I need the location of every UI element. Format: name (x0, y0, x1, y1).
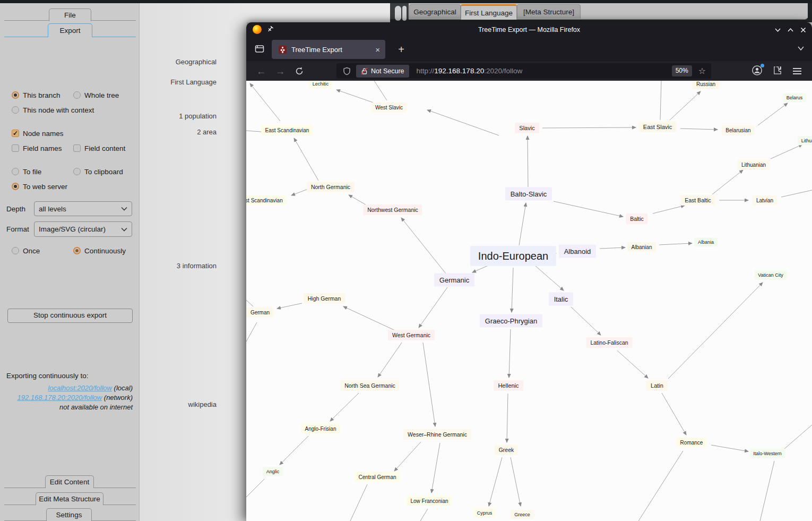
depth-select[interactable]: all levels (34, 201, 132, 216)
account-icon[interactable] (751, 65, 763, 76)
menu-hamburger-icon[interactable] (793, 68, 801, 74)
url-bar[interactable]: Not Secure http://192.168.178.20:2020/fo… (336, 63, 711, 79)
graph-node[interactable]: Belarus (783, 93, 806, 103)
minimize-button[interactable] (774, 26, 781, 33)
scrollbar-thumb[interactable] (395, 6, 401, 21)
radio-this-branch[interactable]: This branch (12, 91, 61, 99)
tab-geographical[interactable]: Geographical (409, 4, 461, 19)
tree-label-column: Geographical First Language 1 population… (140, 3, 247, 521)
graph-node[interactable]: Lechitic (309, 81, 332, 88)
graph-node[interactable]: Slavic (515, 123, 539, 133)
network-export-link[interactable]: 192.168.178.20:2020/follow (17, 394, 102, 402)
reload-button[interactable] (292, 64, 307, 79)
url-scheme: http:// (417, 67, 435, 75)
graph-node[interactable]: East Baltic (680, 195, 715, 206)
checkbox-label: Field names (23, 144, 62, 152)
graph-node[interactable]: Graeco-Phrygian (480, 314, 542, 328)
graph-node[interactable]: Low Franconian (407, 496, 452, 506)
bookmark-star-icon[interactable]: ☆ (698, 66, 706, 76)
url-text[interactable]: http://192.168.178.20:2020/follow (417, 67, 672, 75)
graph-node[interactable]: Weser–Rhine Germanic (403, 429, 471, 440)
format-select[interactable]: Image/SVG (circular) (34, 221, 132, 237)
graph-node[interactable]: Italic (549, 293, 573, 306)
tab-settings[interactable]: Settings (46, 508, 92, 521)
radio-this-node-with-context[interactable]: This node with context (12, 106, 94, 114)
maximize-button[interactable] (787, 26, 794, 33)
radio-icon (73, 247, 81, 254)
radio-once[interactable]: Once (12, 246, 40, 255)
graph-node[interactable]: Vatican City (755, 271, 787, 280)
radio-label: To clipboard (84, 168, 123, 176)
zoom-level-badge[interactable]: 50% (672, 65, 692, 76)
tab-edit-content[interactable]: Edit Content (45, 475, 94, 488)
close-button[interactable] (799, 26, 807, 33)
radio-icon (73, 168, 81, 175)
shield-icon[interactable] (343, 67, 351, 75)
canvas-scrollbar[interactable] (390, 3, 409, 19)
browser-tab-treetime-export[interactable]: TreeTime Export × (272, 40, 385, 59)
depth-label: Depth (6, 205, 25, 213)
graph-node[interactable]: Italo-Western (750, 449, 785, 458)
graph-node[interactable]: Greece (511, 510, 533, 519)
scrollbar-thumb[interactable] (402, 6, 407, 21)
new-tab-button[interactable]: + (394, 42, 409, 57)
not-secure-chip[interactable]: Not Secure (356, 65, 409, 78)
graph-node[interactable]: Baltic (626, 213, 647, 224)
checkbox-field-names[interactable]: Field names (12, 144, 62, 152)
graph-node[interactable]: West Slavic (371, 103, 407, 113)
graph-node[interactable]: Albania (694, 238, 718, 247)
radio-whole-tree[interactable]: Whole tree (73, 91, 119, 99)
graph-node[interactable]: Greek (495, 445, 518, 455)
checkbox-field-content[interactable]: Field content (73, 144, 125, 152)
graph-node[interactable]: Belarusian (722, 125, 755, 135)
graph-node[interactable]: Germanic (434, 274, 474, 287)
graph-node[interactable]: German (246, 308, 273, 318)
graph-node[interactable]: Cyprus (473, 509, 496, 518)
graph-node[interactable]: West Scandinavian (246, 195, 287, 206)
graph-node[interactable]: Balto-Slavic (505, 187, 552, 201)
graph-node[interactable]: Latin (646, 380, 668, 391)
graph-node[interactable]: Northwest Germanic (363, 204, 422, 215)
graph-node[interactable]: Hellenic (494, 380, 523, 391)
extensions-puzzle-icon[interactable] (773, 65, 783, 78)
graph-node[interactable]: Lithuanian (737, 160, 770, 170)
back-button[interactable]: ← (254, 64, 269, 79)
graph-node[interactable]: West Germanic (388, 330, 435, 340)
graph-node[interactable]: Central German (355, 472, 400, 482)
firefox-titlebar[interactable]: TreeTime Export — Mozilla Firefox (246, 22, 812, 37)
tab-first-language[interactable]: First Language (461, 4, 517, 20)
graph-node[interactable]: Albanoid (559, 245, 596, 258)
graph-node[interactable]: East Slavic (639, 122, 677, 132)
graph-node[interactable]: East Scandinavian (261, 125, 313, 135)
graph-node[interactable]: High German (304, 293, 345, 304)
tab-edit-meta-structure[interactable]: Edit Meta Structure (36, 492, 103, 505)
stop-continuous-export-button[interactable]: Stop continuous export (7, 309, 133, 323)
tab-file[interactable]: File (49, 8, 91, 21)
graph-node[interactable]: Lithuania (798, 136, 812, 146)
tab-meta-structure[interactable]: [Meta Structure] (517, 4, 581, 19)
depth-value: all levels (39, 205, 66, 213)
graph-node[interactable]: Albanian (627, 242, 656, 252)
firefox-view-icon[interactable] (254, 44, 265, 54)
list-all-tabs-icon[interactable] (797, 44, 805, 53)
graph-node[interactable]: Indo-European (470, 246, 556, 266)
graph-node[interactable]: Romance (676, 438, 707, 448)
radio-icon (12, 106, 19, 114)
graph-node[interactable]: North Sea Germanic (340, 380, 399, 391)
local-export-link[interactable]: localhost:2020/follow (48, 384, 112, 392)
radio-to-web-server[interactable]: To web server (12, 182, 67, 191)
graph-node[interactable]: Latino-Faliscan (586, 337, 633, 348)
graph-node[interactable]: Anglic (263, 467, 283, 476)
graph-node[interactable]: Russian (692, 81, 719, 89)
graph-node[interactable]: Anglo-Frisian (301, 424, 340, 434)
graph-node[interactable]: North Germanic (307, 182, 355, 192)
tab-close-icon[interactable]: × (375, 45, 380, 54)
tree-row-label: First Language (110, 78, 217, 86)
checkbox-node-names[interactable]: ✓ Node names (12, 129, 64, 138)
tab-export[interactable]: Export (48, 23, 92, 37)
radio-to-file[interactable]: To file (12, 167, 41, 176)
graph-node[interactable]: Latvian (752, 195, 777, 206)
radio-to-clipboard[interactable]: To clipboard (73, 167, 123, 176)
radio-continuously[interactable]: Continuously (73, 246, 126, 255)
forward-button[interactable]: → (273, 64, 288, 79)
